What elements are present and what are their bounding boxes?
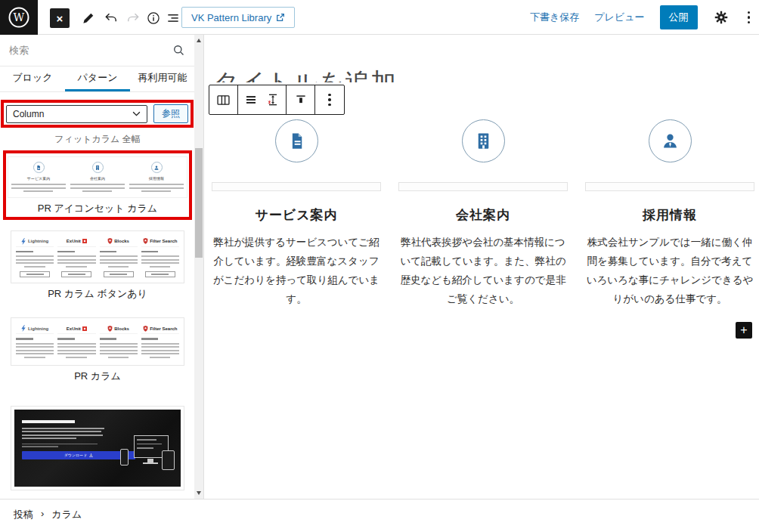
column-service[interactable]: サービス案内 弊社が提供するサービスついてご紹介しています。経験豊富なスタッフが… bbox=[212, 119, 381, 308]
banner-preview: ダウンロード bbox=[14, 410, 181, 487]
pattern-category-select[interactable]: Column bbox=[6, 105, 147, 123]
close-inserter-button[interactable]: × bbox=[50, 8, 70, 28]
pattern-preview-pr-column[interactable]: Lightning ExUnit Blocks bbox=[11, 317, 184, 366]
block-breadcrumb-bar: 投稿 › カラム bbox=[0, 499, 759, 532]
inserter-panel: ブロック パターン 再利用可能 Column 参照 フィットカラム 全幅 bbox=[0, 35, 195, 499]
sidebar-scrollbar[interactable] bbox=[194, 35, 203, 499]
preview-mini-column: 会社案内 bbox=[70, 162, 125, 194]
columns-icon bbox=[215, 92, 231, 108]
empty-block-placeholder[interactable] bbox=[585, 182, 754, 191]
svg-text:W: W bbox=[14, 11, 25, 23]
align-top-icon bbox=[294, 93, 308, 107]
block-options-button[interactable] bbox=[315, 85, 344, 114]
save-draft-button[interactable]: 下書き保存 bbox=[530, 11, 579, 24]
person-icon bbox=[151, 162, 163, 173]
logo-label: Lightning bbox=[28, 239, 48, 243]
document-icon bbox=[33, 162, 45, 173]
pattern-preview-banner[interactable]: ダウンロード bbox=[11, 406, 184, 490]
exunit-logo: ExUnit bbox=[57, 323, 95, 334]
settings-gear-icon[interactable] bbox=[713, 9, 730, 26]
preview-text-lines bbox=[129, 184, 184, 194]
details-button[interactable] bbox=[144, 8, 163, 28]
document-icon bbox=[275, 119, 318, 162]
column-company[interactable]: 会社案内 弊社代表挨拶や会社の基本情報について記載しています。また、弊社の歴史な… bbox=[398, 119, 568, 308]
pattern-label-pr-column[interactable]: PR カラム bbox=[0, 370, 195, 383]
pr-iconset-columns-block[interactable]: サービス案内 弊社が提供するサービスついてご紹介しています。経験豊富なスタッフが… bbox=[212, 119, 754, 308]
logo-label: Blocks bbox=[114, 239, 129, 243]
search-row bbox=[0, 35, 195, 66]
undo-button[interactable] bbox=[101, 8, 121, 28]
preview-mini-column: Filter Search bbox=[141, 323, 179, 360]
preview-mini-column: ExUnit bbox=[57, 237, 95, 278]
column-heading[interactable]: 会社案内 bbox=[398, 206, 568, 224]
redo-button[interactable] bbox=[123, 8, 143, 28]
column-heading[interactable]: サービス案内 bbox=[212, 206, 381, 224]
kebab-icon bbox=[325, 91, 334, 110]
logo-label: Blocks bbox=[114, 326, 129, 331]
columns-block-button[interactable] bbox=[209, 85, 238, 114]
search-input[interactable] bbox=[9, 45, 172, 56]
preview-mini-button bbox=[20, 271, 50, 277]
preview-mini-column: Lightning bbox=[16, 237, 54, 278]
wordpress-block-editor: W × bbox=[0, 0, 759, 532]
banner-download-label: ダウンロード bbox=[64, 453, 88, 457]
empty-block-placeholder[interactable] bbox=[398, 182, 568, 191]
tab-blocks[interactable]: ブロック bbox=[0, 66, 65, 91]
scroll-up-arrow[interactable] bbox=[197, 39, 201, 42]
tab-patterns[interactable]: パターン bbox=[65, 66, 130, 91]
breadcrumb-post[interactable]: 投稿 bbox=[14, 508, 33, 521]
column-text[interactable]: 弊社が提供するサービスついてご紹介しています。経験豊富なスタッフがこだわりを持っ… bbox=[212, 233, 381, 308]
vk-height-spacer-icon[interactable] bbox=[265, 92, 280, 107]
list-view-button[interactable] bbox=[163, 8, 183, 28]
vertical-align-top-button[interactable] bbox=[287, 85, 315, 114]
column-recruit[interactable]: 採用情報 株式会社サンプルでは一緒に働く仲間を募集しています。自分で考えていろい… bbox=[585, 119, 754, 308]
preview-mini-title: サービス案内 bbox=[27, 176, 50, 181]
phone-mockup bbox=[120, 449, 129, 466]
blocks-logo: Blocks bbox=[100, 237, 138, 247]
vk-pattern-library-button[interactable]: VK Pattern Library bbox=[181, 7, 295, 28]
wordpress-logo[interactable]: W bbox=[0, 0, 38, 35]
tab-reusable-label: 再利用可能 bbox=[138, 71, 187, 85]
building-icon bbox=[462, 119, 505, 162]
exunit-logo: ExUnit bbox=[57, 237, 95, 247]
scrollbar-thumb[interactable] bbox=[195, 148, 203, 258]
preview-button[interactable]: プレビュー bbox=[594, 11, 644, 24]
pattern-label-pr-buttons[interactable]: PR カラム ボタンあり bbox=[0, 287, 195, 301]
pattern-preview-pr-buttons[interactable]: Lightning ExUnit bbox=[11, 230, 184, 284]
pattern-preview-pr-iconset: サービス案内 会社案内 bbox=[8, 156, 187, 198]
pattern-item-pr-iconset[interactable]: サービス案内 会社案内 bbox=[3, 150, 192, 220]
chevron-down-icon bbox=[132, 111, 141, 116]
lightning-logo: Lightning bbox=[16, 237, 54, 247]
edit-pencil-button[interactable] bbox=[79, 8, 98, 28]
tab-reusable[interactable]: 再利用可能 bbox=[130, 66, 195, 91]
pattern-label-fit-column[interactable]: フィットカラム 全幅 bbox=[0, 133, 195, 146]
filter-search-logo: Filter Search bbox=[141, 323, 179, 334]
block-toolbar bbox=[209, 85, 345, 115]
empty-block-placeholder[interactable] bbox=[212, 182, 381, 191]
column-heading[interactable]: 採用情報 bbox=[585, 206, 754, 224]
breadcrumb-column[interactable]: カラム bbox=[51, 508, 82, 521]
filter-search-logo: Filter Search bbox=[141, 237, 179, 247]
redo-icon bbox=[125, 11, 141, 26]
lightning-logo: Lightning bbox=[16, 323, 54, 334]
column-text[interactable]: 株式会社サンプルでは一緒に働く仲間を募集しています。自分で考えていろいろな事にチ… bbox=[585, 233, 754, 308]
preview-mini-column: サービス案内 bbox=[11, 162, 66, 194]
browse-button[interactable]: 参照 bbox=[153, 104, 188, 123]
download-icon bbox=[89, 453, 93, 457]
blocks-logo: Blocks bbox=[100, 323, 138, 334]
info-icon bbox=[146, 11, 161, 26]
options-menu-button[interactable] bbox=[745, 8, 754, 27]
preview-mini-column: ExUnit bbox=[57, 323, 95, 360]
preview-mini-column: Filter Search bbox=[141, 237, 179, 278]
justify-icon[interactable] bbox=[244, 93, 258, 107]
post-title-clipped[interactable]: タイトルを追加 bbox=[213, 70, 417, 82]
logo-label: ExUnit bbox=[67, 326, 81, 331]
add-block-button[interactable]: + bbox=[736, 322, 752, 339]
preview-mini-button bbox=[145, 271, 175, 277]
scroll-down-arrow[interactable] bbox=[197, 491, 201, 495]
editor-canvas: タイトルを追加 bbox=[204, 35, 759, 499]
banner-download-button: ダウンロード bbox=[22, 451, 135, 459]
column-text[interactable]: 弊社代表挨拶や会社の基本情報について記載しています。また、弊社の歴史なども紹介し… bbox=[398, 233, 568, 308]
list-view-icon bbox=[166, 11, 181, 26]
publish-button[interactable]: 公開 bbox=[660, 5, 698, 29]
